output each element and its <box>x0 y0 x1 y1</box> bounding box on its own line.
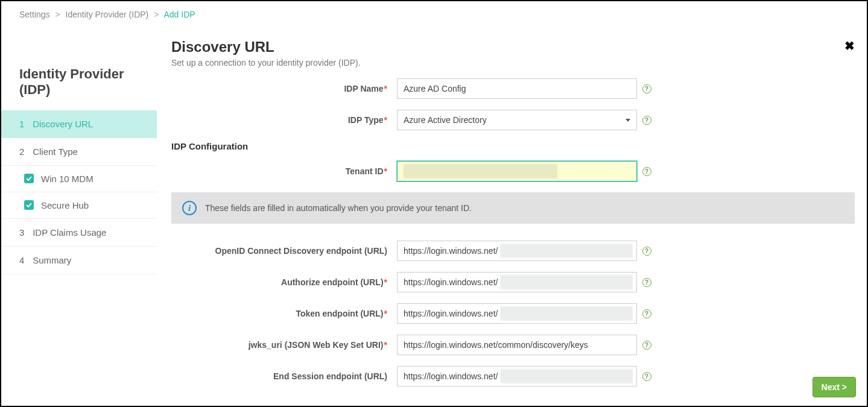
token-label: Token endpoint (URL)* <box>171 309 397 318</box>
step-discovery-url[interactable]: 1 Discovery URL <box>1 110 157 138</box>
step-label: Client Type <box>33 147 78 157</box>
substep-win10-mdm[interactable]: Win 10 MDM <box>1 166 157 192</box>
step-label: Summary <box>33 255 71 265</box>
jwks-label: jwks_uri (JSON Web Key Set URI)* <box>171 340 397 350</box>
breadcrumb-item[interactable]: Identity Provider (IDP) <box>66 10 149 19</box>
substep-label: Secure Hub <box>41 200 89 210</box>
sidebar: Identity Provider (IDP) 1 Discovery URL … <box>1 27 157 402</box>
openid-input[interactable]: https://login.windows.net/ <box>397 241 637 261</box>
jwks-input[interactable] <box>397 335 637 355</box>
end-session-input[interactable]: https://login.windows.net/ <box>397 366 637 386</box>
checkbox-checked-icon <box>24 200 34 210</box>
page-title: Discovery URL <box>171 39 361 55</box>
idp-name-label: IDP Name* <box>171 84 397 93</box>
info-icon: i <box>182 201 197 215</box>
step-idp-claims-usage[interactable]: 3 IDP Claims Usage <box>1 219 157 247</box>
substep-label: Win 10 MDM <box>41 174 93 184</box>
next-button[interactable]: Next > <box>813 377 856 397</box>
help-icon[interactable]: ? <box>642 247 651 256</box>
help-icon[interactable]: ? <box>642 167 651 176</box>
step-number: 1 <box>19 119 30 129</box>
step-summary[interactable]: 4 Summary <box>1 247 157 274</box>
help-icon[interactable]: ? <box>642 372 651 381</box>
breadcrumb-current: Add IDP <box>163 10 195 19</box>
breadcrumb-item[interactable]: Settings <box>19 10 50 19</box>
info-text: These fields are filled in automatically… <box>205 203 472 213</box>
breadcrumb: Settings > Identity Provider (IDP) > Add… <box>1 1 867 27</box>
authorize-input[interactable]: https://login.windows.net/ <box>397 272 637 292</box>
step-number: 3 <box>19 227 30 238</box>
idp-type-value: Azure Active Directory <box>404 115 487 125</box>
breadcrumb-sep: > <box>154 10 159 19</box>
step-number: 2 <box>19 147 30 157</box>
main-panel: Discovery URL Set up a connection to you… <box>157 27 867 402</box>
close-icon[interactable]: ✖ <box>844 39 855 53</box>
help-icon[interactable]: ? <box>642 116 651 125</box>
step-number: 4 <box>19 255 30 265</box>
help-icon[interactable]: ? <box>642 84 651 93</box>
page-subtitle: Set up a connection to your identity pro… <box>171 58 361 68</box>
tenant-id-input[interactable] <box>397 161 637 181</box>
token-input[interactable]: https://login.windows.net/ <box>397 303 637 324</box>
info-banner: i These fields are filled in automatical… <box>171 192 855 224</box>
idp-name-input[interactable] <box>397 78 637 99</box>
idp-type-select[interactable]: Azure Active Directory <box>397 110 637 130</box>
idp-configuration-heading: IDP Configuration <box>171 141 855 151</box>
tenant-id-label: Tenant ID* <box>171 166 397 176</box>
step-client-type[interactable]: 2 Client Type <box>1 138 157 166</box>
help-icon[interactable]: ? <box>642 278 651 287</box>
sidebar-title: Identity Provider (IDP) <box>1 66 157 98</box>
checkbox-checked-icon <box>24 174 34 183</box>
authorize-label: Authorize endpoint (URL)* <box>171 277 397 287</box>
step-label: Discovery URL <box>33 119 93 129</box>
end-session-label: End Session endpoint (URL) <box>171 371 397 381</box>
help-icon[interactable]: ? <box>642 341 651 350</box>
openid-label: OpenID Connect Discovery endpoint (URL) <box>171 246 397 256</box>
idp-type-label: IDP Type* <box>171 115 397 125</box>
chevron-down-icon <box>626 119 630 122</box>
step-label: IDP Claims Usage <box>33 227 106 238</box>
breadcrumb-sep: > <box>55 10 60 19</box>
help-icon[interactable]: ? <box>642 309 651 318</box>
substep-secure-hub[interactable]: Secure Hub <box>1 192 157 219</box>
